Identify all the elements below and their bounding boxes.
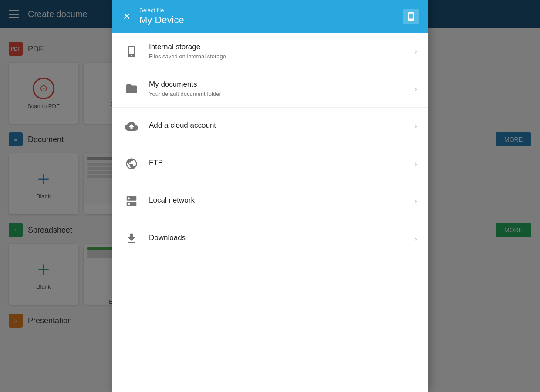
- dialog-subtitle: Select file: [139, 7, 184, 14]
- dialog-title: My Device: [139, 14, 184, 26]
- ftp-text: FTP: [149, 159, 405, 169]
- add-cloud-item[interactable]: Add a cloud account ›: [112, 108, 428, 145]
- my-documents-title: My documents: [149, 80, 405, 89]
- select-file-dialog: ✕ Select file My Device Internal storage…: [112, 0, 428, 392]
- globe-icon: [123, 155, 140, 172]
- device-icon: [403, 9, 419, 24]
- dialog-body: Internal storage Files saved on internal…: [112, 33, 428, 392]
- add-cloud-chevron: ›: [414, 121, 417, 131]
- ftp-chevron: ›: [414, 159, 417, 169]
- my-documents-chevron: ›: [414, 84, 417, 94]
- local-network-title: Local network: [149, 196, 405, 205]
- add-cloud-title: Add a cloud account: [149, 121, 405, 130]
- my-documents-subtitle: Your default document folder: [149, 91, 405, 97]
- local-network-item[interactable]: Local network ›: [112, 182, 428, 220]
- internal-storage-subtitle: Files saved on internal storage: [149, 53, 405, 60]
- cloud-upload-icon: [123, 118, 140, 135]
- downloads-item[interactable]: Downloads ›: [112, 220, 428, 257]
- ftp-title: FTP: [149, 159, 405, 167]
- folder-icon: [123, 80, 140, 98]
- downloads-title: Downloads: [149, 233, 405, 242]
- downloads-chevron: ›: [414, 233, 417, 243]
- my-documents-text: My documents Your default document folde…: [149, 80, 405, 97]
- dialog-header-text: Select file My Device: [139, 7, 184, 26]
- internal-storage-text: Internal storage Files saved on internal…: [149, 43, 405, 60]
- dialog-header: ✕ Select file My Device: [112, 0, 428, 33]
- close-button[interactable]: ✕: [121, 10, 132, 23]
- dialog-header-left: ✕ Select file My Device: [121, 7, 184, 26]
- downloads-text: Downloads: [149, 233, 405, 244]
- my-documents-item[interactable]: My documents Your default document folde…: [112, 70, 428, 108]
- local-network-chevron: ›: [414, 196, 417, 206]
- download-icon: [123, 230, 140, 247]
- local-network-text: Local network: [149, 196, 405, 206]
- phone-icon: [123, 43, 140, 60]
- internal-storage-item[interactable]: Internal storage Files saved on internal…: [112, 33, 428, 70]
- server-icon: [123, 193, 140, 210]
- add-cloud-text: Add a cloud account: [149, 121, 405, 132]
- ftp-item[interactable]: FTP ›: [112, 145, 428, 182]
- internal-storage-chevron: ›: [414, 46, 417, 56]
- internal-storage-title: Internal storage: [149, 43, 405, 51]
